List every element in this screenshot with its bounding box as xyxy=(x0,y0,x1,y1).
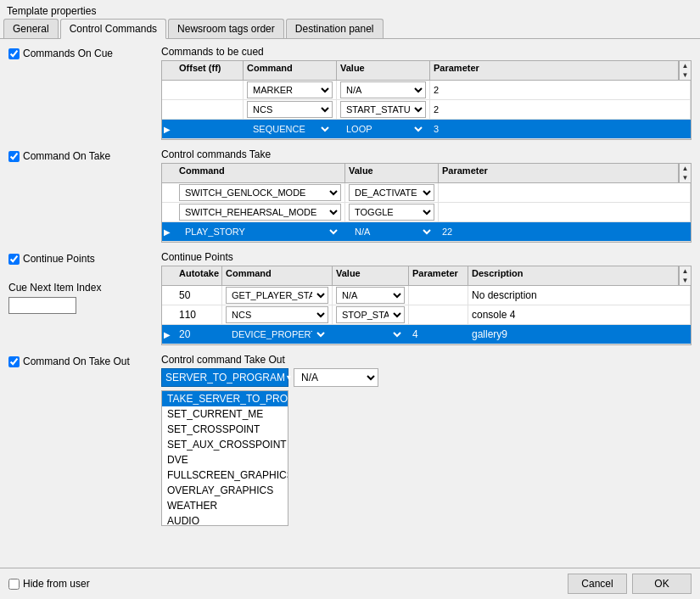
commands-on-cue-checkbox[interactable] xyxy=(8,48,20,59)
tab-newsroom-tags[interactable]: Newsroom tags order xyxy=(168,19,284,38)
scroll-down2[interactable]: ▼ xyxy=(681,173,690,182)
value-select[interactable]: STOP_STATUS xyxy=(336,306,405,323)
cell-description: gallery9 xyxy=(468,325,691,344)
command-on-take-out-title: Control command Take Out xyxy=(161,354,692,366)
dropdown-item-fullscreen-graphics[interactable]: FULLSCREEN_GRAPHICS xyxy=(162,467,288,483)
dropdown-item-weather[interactable]: WEATHER xyxy=(162,498,288,513)
cell-command[interactable]: NCS xyxy=(222,305,333,324)
command-select[interactable]: SWITCH_GENLOCK_MODE xyxy=(179,184,341,201)
cell-command[interactable]: GET_PLAYER_STATUS xyxy=(222,286,333,305)
bottom-bar: Hide from user Cancel OK xyxy=(0,568,700,599)
cell-parameter[interactable] xyxy=(430,120,691,138)
continue-points-checkbox[interactable] xyxy=(8,254,20,265)
command-on-take-out-checkbox[interactable] xyxy=(8,356,20,367)
commands-on-cue-left: Commands On Cue xyxy=(8,46,153,59)
cell-value[interactable]: TOGGLE xyxy=(345,203,439,221)
command-dropdown-trigger[interactable]: SERVER_TO_PROGRAM ▼ xyxy=(161,368,288,387)
parameter-input[interactable] xyxy=(434,104,686,115)
command-select[interactable]: DEVICE_PROPERTY xyxy=(226,326,328,343)
parameter-input[interactable] xyxy=(442,227,686,237)
dropdown-item-dve[interactable]: DVE xyxy=(162,452,288,467)
tab-destination-panel[interactable]: Destination panel xyxy=(286,19,384,38)
scroll-down[interactable]: ▼ xyxy=(681,70,690,80)
dropdown-item-set-crosspoint[interactable]: SET_CROSSPOINT xyxy=(162,422,288,437)
ok-button[interactable]: OK xyxy=(632,574,692,594)
selected-command: SERVER_TO_PROGRAM xyxy=(165,372,285,383)
command-on-take-left: Command On Take xyxy=(8,148,153,162)
command-select[interactable]: MARKER xyxy=(247,81,333,98)
cue-next-input[interactable] xyxy=(8,297,76,314)
commands-on-cue-label[interactable]: Commands On Cue xyxy=(8,48,153,59)
command-select[interactable]: SWITCH_REHEARSAL_MODE xyxy=(179,204,341,221)
value-select[interactable]: TOGGLE xyxy=(349,204,434,221)
col-parameter2: Parameter xyxy=(439,164,679,182)
table-row: ▶ 20 DEVICE_PROPERTY 4 xyxy=(162,325,691,344)
hide-from-user-checkbox[interactable] xyxy=(8,579,20,590)
scrollbar-stub2: ▲ ▼ xyxy=(679,164,691,182)
scroll-down3[interactable]: ▼ xyxy=(681,276,690,285)
value-select[interactable] xyxy=(336,326,405,343)
value-select[interactable]: START_STATUS xyxy=(340,101,426,118)
scroll-up2[interactable]: ▲ xyxy=(681,164,690,173)
value-select[interactable]: DE_ACTIVATE xyxy=(349,184,434,201)
scroll-up[interactable]: ▲ xyxy=(681,61,690,70)
dropdown-item-take-server[interactable]: TAKE_SERVER_TO_PROG xyxy=(162,391,288,406)
cell-command[interactable]: SWITCH_REHEARSAL_MODE xyxy=(176,203,345,221)
cell-value[interactable]: N/A xyxy=(337,81,430,99)
parameter-input[interactable] xyxy=(434,124,686,134)
cell-command[interactable]: MARKER xyxy=(244,81,337,99)
command-select[interactable]: GET_PLAYER_STATUS xyxy=(226,287,328,304)
cell-value[interactable]: DE_ACTIVATE xyxy=(345,183,439,202)
cell-value[interactable]: N/A xyxy=(345,222,439,241)
parameter-input[interactable] xyxy=(434,85,686,95)
continue-points-label[interactable]: Continue Points xyxy=(8,253,153,265)
arrow-col-header xyxy=(162,61,176,80)
table-row: NCS START_STATUS xyxy=(162,100,691,120)
col-offset: Offset (ff) xyxy=(176,61,244,80)
value-select[interactable]: LOOP xyxy=(340,120,426,137)
col-value: Value xyxy=(337,61,430,80)
cell-autotake: 20 xyxy=(176,325,222,344)
dropdown-item-audio[interactable]: AUDIO xyxy=(162,513,288,526)
cell-command[interactable]: DEVICE_PROPERTY xyxy=(222,325,333,344)
value-select[interactable]: N/A xyxy=(336,287,405,304)
na-select[interactable]: N/A xyxy=(294,368,378,387)
command-on-take-label[interactable]: Command On Take xyxy=(8,150,153,162)
cell-offset xyxy=(176,100,244,119)
cell-value[interactable]: START_STATUS xyxy=(337,100,430,119)
command-select[interactable]: NCS xyxy=(226,306,328,323)
command-on-take-grid: Command Value Parameter ▲ ▼ xyxy=(161,163,692,243)
cell-command[interactable]: SWITCH_GENLOCK_MODE xyxy=(176,183,345,202)
cell-parameter[interactable] xyxy=(430,100,691,119)
scroll-up3[interactable]: ▲ xyxy=(681,266,690,276)
cell-value[interactable]: LOOP xyxy=(337,120,430,138)
value-select[interactable]: N/A xyxy=(349,223,434,240)
cell-offset xyxy=(176,81,244,99)
cell-value[interactable] xyxy=(333,325,409,344)
cell-command[interactable]: SEQUENCE xyxy=(244,120,337,138)
col-parameter: Parameter xyxy=(430,61,679,80)
cell-command[interactable]: NCS xyxy=(244,100,337,119)
tab-control-commands[interactable]: Control Commands xyxy=(60,19,166,39)
command-select[interactable]: PLAY_STORY xyxy=(179,223,341,240)
tab-general[interactable]: General xyxy=(3,19,59,38)
cell-offset xyxy=(176,120,244,138)
cell-parameter xyxy=(409,286,468,305)
cell-parameter[interactable] xyxy=(439,222,691,241)
cell-value[interactable]: N/A xyxy=(333,286,409,305)
command-select[interactable]: NCS xyxy=(247,101,333,118)
title-bar: Template properties xyxy=(0,0,700,19)
hide-from-user-label[interactable]: Hide from user xyxy=(8,578,90,590)
cancel-button[interactable]: Cancel xyxy=(568,574,627,594)
cell-value[interactable]: STOP_STATUS xyxy=(333,305,409,324)
command-select[interactable]: SEQUENCE xyxy=(247,120,333,137)
dropdown-item-overlay-graphics[interactable]: OVERLAY_GRAPHICS xyxy=(162,483,288,498)
command-on-take-checkbox[interactable] xyxy=(8,151,20,162)
cell-parameter[interactable] xyxy=(430,81,691,99)
dropdown-item-set-aux-crosspoint[interactable]: SET_AUX_CROSSPOINT xyxy=(162,437,288,452)
cell-command[interactable]: PLAY_STORY xyxy=(176,222,345,241)
value-select[interactable]: N/A xyxy=(340,81,426,98)
command-on-take-out-label[interactable]: Command On Take Out xyxy=(8,355,153,367)
dropdown-item-set-current-me[interactable]: SET_CURRENT_ME xyxy=(162,406,288,422)
col-description: Description xyxy=(468,266,679,285)
